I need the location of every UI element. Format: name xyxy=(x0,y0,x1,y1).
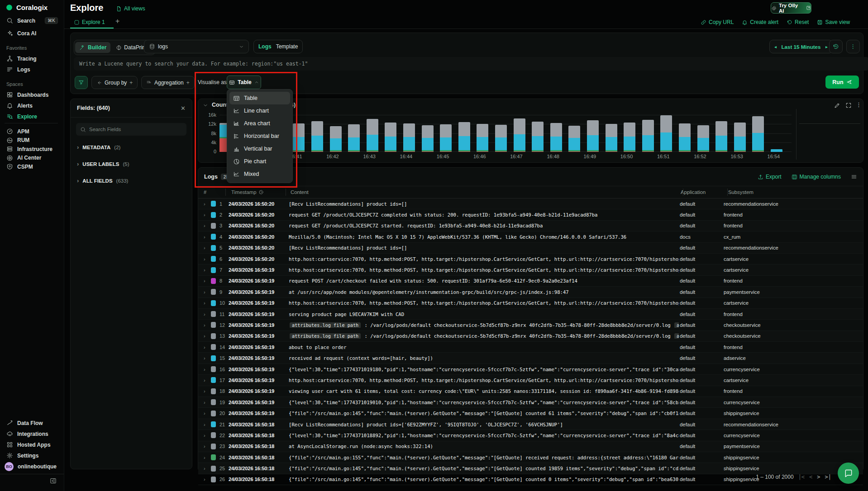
col-timestamp[interactable]: Timestamp xyxy=(229,189,289,195)
expand-row-icon[interactable]: › xyxy=(204,355,208,361)
table-row[interactable]: ›2324/03/2026 16:50:18at AsyncLocalStora… xyxy=(198,441,863,452)
sidebar-item-settings[interactable]: Settings xyxy=(6,452,58,459)
vis-option-pie-chart[interactable]: Pie chart xyxy=(229,155,290,168)
chart-bar[interactable] xyxy=(679,123,691,152)
manage-columns-button[interactable]: Manage columns xyxy=(792,174,841,180)
table-row[interactable]: ›2024/03/2026 16:50:19{"file":"/src/main… xyxy=(198,408,863,419)
chart-bar[interactable] xyxy=(458,122,470,152)
expand-row-icon[interactable]: › xyxy=(204,455,208,460)
table-row[interactable]: ›1324/03/2026 16:50:19attributes.log_fil… xyxy=(198,331,863,342)
vis-option-horizontal-bar[interactable]: Horizontal bar xyxy=(229,130,290,142)
chart-bar[interactable] xyxy=(752,116,764,152)
expand-row-icon[interactable]: › xyxy=(204,322,208,328)
time-range-picker[interactable]: ◂ Last 15 Minutes ▸ xyxy=(769,40,833,53)
chevron-down-icon[interactable] xyxy=(203,103,208,108)
expand-row-icon[interactable]: › xyxy=(204,411,208,416)
chart-bar[interactable] xyxy=(477,124,488,152)
chart-bar[interactable] xyxy=(495,125,507,152)
expand-row-icon[interactable]: › xyxy=(204,278,208,283)
table-row[interactable]: ›1124/03/2026 16:50:19serving product pa… xyxy=(198,309,863,320)
query-menu-button[interactable]: ⋮ xyxy=(846,40,860,53)
sidebar-item-search[interactable]: Search ⌘K xyxy=(6,17,58,24)
aggregation-button[interactable]: Aggregation + xyxy=(141,76,195,89)
table-row[interactable]: ›2424/03/2026 16:50:18{"file":"/src/main… xyxy=(198,452,863,463)
table-row[interactable]: ›1624/03/2026 16:50:19{"level":30,"time"… xyxy=(198,364,863,375)
vis-option-line-chart[interactable]: Line chart xyxy=(229,104,290,117)
table-row[interactable]: ›824/03/2026 16:50:19request POST /cart/… xyxy=(198,276,863,287)
expand-row-icon[interactable]: › xyxy=(204,300,208,306)
expand-row-icon[interactable]: › xyxy=(204,345,208,350)
prev-page-button[interactable]: < xyxy=(809,474,812,480)
chart-bar[interactable] xyxy=(734,123,746,152)
sidebar-item-ai-center[interactable]: AI Center xyxy=(6,155,58,161)
sidebar-item-logs[interactable]: Logs xyxy=(6,66,58,73)
expand-row-icon[interactable]: › xyxy=(204,433,208,438)
table-row[interactable]: ›1524/03/2026 16:50:19received ad reques… xyxy=(198,353,863,364)
sidebar-item-rum[interactable]: RUM xyxy=(6,137,58,144)
expand-row-icon[interactable]: › xyxy=(204,422,208,427)
chart-bar[interactable] xyxy=(606,124,617,152)
toggle-logs[interactable]: Logs xyxy=(258,43,272,50)
table-row[interactable]: ›124/03/2026 16:50:20[Recv ListRecommend… xyxy=(198,198,863,209)
expand-row-icon[interactable]: › xyxy=(204,466,208,471)
table-row[interactable]: ›424/03/2026 16:50:20Mozilla/5.0 (Macint… xyxy=(198,231,863,242)
sidebar-item-tracing[interactable]: Tracing xyxy=(6,55,58,62)
builder-mode-button[interactable]: Builder xyxy=(75,42,110,53)
group-by-button[interactable]: Group by + xyxy=(91,76,138,89)
field-group-all-fields[interactable]: ›ALL FIELDS(633) xyxy=(77,177,186,184)
tab-explore-1[interactable]: Explore 1 xyxy=(74,19,105,25)
last-page-button[interactable]: >| xyxy=(825,474,831,480)
expand-row-icon[interactable]: › xyxy=(204,256,208,262)
table-row[interactable]: ›1424/03/2026 16:50:19about to place ord… xyxy=(198,342,863,353)
sidebar-item-account[interactable]: BO onlineboutique xyxy=(5,462,57,471)
toggle-template[interactable]: Template xyxy=(276,43,298,50)
chart-bar[interactable] xyxy=(348,124,360,152)
vis-option-area-chart[interactable]: Area chart xyxy=(229,117,290,130)
source-select[interactable]: logs xyxy=(144,40,249,53)
sidebar-item-apm[interactable]: APM xyxy=(6,128,58,135)
run-button[interactable]: Run xyxy=(825,76,859,89)
expand-row-icon[interactable]: › xyxy=(204,333,208,339)
chart-bar[interactable] xyxy=(587,120,599,152)
table-row[interactable]: ›524/03/2026 16:50:20[Recv ListRecommend… xyxy=(198,243,863,254)
chart-bar[interactable] xyxy=(311,121,323,152)
sidebar-item-integrations[interactable]: Integrations xyxy=(6,430,58,437)
chart-bar[interactable] xyxy=(367,119,378,152)
table-row[interactable]: ›1724/03/2026 16:50:19http.host:cartserv… xyxy=(198,375,863,386)
col-application[interactable]: Application xyxy=(681,189,724,195)
table-row[interactable]: ›2524/03/2026 16:50:18{"file":"/src/main… xyxy=(198,463,863,474)
expand-row-icon[interactable]: › xyxy=(204,367,208,372)
chart-bar[interactable] xyxy=(568,126,580,152)
table-row[interactable]: ›924/03/2026 16:50:19at /usr/src/app/nod… xyxy=(198,287,863,297)
expand-row-icon[interactable]: › xyxy=(204,400,208,405)
sidebar-item-dashboards[interactable]: Dashboards xyxy=(6,91,58,98)
chart-bar[interactable] xyxy=(642,120,654,152)
first-page-button[interactable]: |< xyxy=(798,474,805,480)
chat-bubble-button[interactable] xyxy=(838,463,859,484)
logo[interactable]: Coralogix xyxy=(5,4,48,11)
lucene-query-input[interactable]: Write a Lucene query to search your data… xyxy=(74,57,868,71)
sidebar-item-alerts[interactable]: Alerts xyxy=(6,102,58,109)
chart-bar[interactable] xyxy=(771,149,782,152)
row-density-icon[interactable] xyxy=(851,174,857,180)
action-reset[interactable]: Reset xyxy=(787,19,809,25)
chart-bar[interactable] xyxy=(660,115,672,152)
sidebar-item-cspm[interactable]: CSPM xyxy=(6,163,58,170)
expand-row-icon[interactable]: › xyxy=(204,444,208,449)
filter-button[interactable] xyxy=(75,76,88,89)
time-range-prev-icon[interactable]: ◂ xyxy=(774,44,777,49)
col-content[interactable]: Content xyxy=(291,189,679,195)
expand-row-icon[interactable]: › xyxy=(204,234,208,240)
add-tab-button[interactable]: + xyxy=(115,17,119,25)
expand-row-icon[interactable]: › xyxy=(204,289,208,295)
chart-bar[interactable] xyxy=(550,123,562,152)
chart-bar[interactable] xyxy=(440,124,452,152)
expand-row-icon[interactable]: › xyxy=(204,212,208,217)
chart-bar[interactable] xyxy=(532,122,544,152)
expand-row-icon[interactable]: › xyxy=(204,201,208,207)
chart-bar[interactable] xyxy=(514,118,525,152)
table-row[interactable]: ›2224/03/2026 16:50:18{"level":30,"time"… xyxy=(198,430,863,441)
table-row[interactable]: ›624/03/2026 16:50:20http.host:cartservi… xyxy=(198,254,863,264)
table-row[interactable]: ›224/03/2026 16:50:20request GET /produc… xyxy=(198,209,863,220)
expand-row-icon[interactable]: › xyxy=(204,477,208,482)
